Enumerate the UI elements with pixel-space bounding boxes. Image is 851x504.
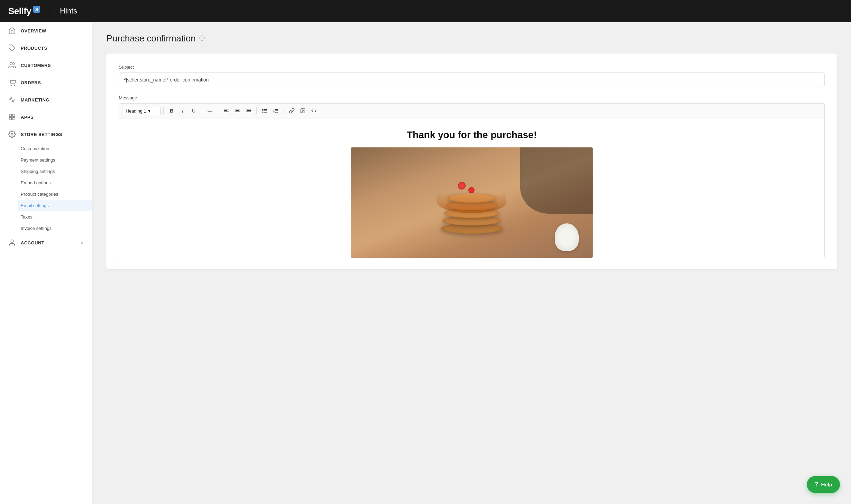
editor-image — [351, 147, 593, 258]
main-layout: OVERVIEW PRODUCTS CUSTOMERS ORDERS MARKE… — [0, 22, 851, 504]
sidebar-item-customers[interactable]: CUSTOMERS — [0, 57, 92, 74]
sidebar-item-marketing[interactable]: MARKETING — [0, 91, 92, 108]
bullet-list-button[interactable] — [259, 106, 270, 116]
account-chevron-icon: ∧ — [80, 240, 84, 245]
svg-rect-25 — [264, 110, 267, 111]
svg-rect-13 — [224, 113, 227, 113]
tag-icon — [8, 44, 16, 52]
code-button[interactable] — [309, 106, 319, 116]
message-label: Message — [119, 95, 825, 100]
image-button[interactable] — [298, 106, 308, 116]
home-icon — [8, 27, 16, 35]
toolbar-divider-5 — [284, 107, 284, 114]
toolbar-divider-1 — [163, 107, 164, 114]
sidebar-item-orders[interactable]: ORDERS — [0, 74, 92, 91]
bold-button[interactable]: B — [166, 106, 177, 116]
svg-rect-15 — [236, 110, 239, 111]
svg-rect-21 — [248, 113, 251, 113]
logo-badge: S — [33, 6, 40, 13]
svg-rect-6 — [13, 118, 15, 120]
pancake-stack — [437, 172, 506, 234]
svg-rect-16 — [235, 112, 240, 112]
nav-hints-label: Hints — [60, 7, 77, 16]
help-icon: ? — [814, 481, 818, 488]
sidebar-sub-email-settings[interactable]: Email settings — [18, 200, 92, 211]
sidebar-label-account: ACCOUNT — [21, 240, 45, 245]
editor-heading: Thank you for the purchase! — [119, 118, 824, 147]
heading-select-value: Heading 1 — [126, 108, 146, 114]
toolbar-divider-3 — [218, 107, 218, 114]
sidebar-item-products[interactable]: PRODUCTS — [0, 39, 92, 57]
editor-card: Subject Message Heading 1 ▾ B I U — — [106, 54, 837, 269]
sidebar-item-overview[interactable]: OVERVIEW — [0, 22, 92, 39]
sidebar-label-apps: APPS — [21, 115, 34, 120]
page-title: Purchase confirmation — [106, 33, 196, 44]
account-icon — [8, 239, 16, 246]
align-left-button[interactable] — [221, 106, 231, 116]
svg-rect-27 — [264, 112, 267, 113]
svg-rect-20 — [246, 112, 251, 112]
toolbar-divider-2 — [202, 107, 202, 114]
sidebar-sub-embed-options[interactable]: Embed options — [21, 177, 92, 188]
align-center-button[interactable] — [232, 106, 242, 116]
sidebar-item-store-settings[interactable]: STORE SETTINGS — [0, 126, 92, 143]
heading-chevron-icon: ▾ — [148, 108, 151, 114]
info-icon[interactable]: ⓘ — [199, 35, 205, 42]
svg-point-8 — [11, 133, 13, 135]
help-button[interactable]: ? Help — [807, 476, 840, 493]
numbered-list-button[interactable]: 1.2.3. — [270, 106, 281, 116]
sidebar-item-apps[interactable]: APPS — [0, 108, 92, 126]
svg-rect-14 — [235, 109, 240, 109]
svg-rect-29 — [275, 109, 278, 110]
svg-point-26 — [262, 112, 263, 113]
whipped-cream — [555, 223, 579, 251]
sidebar-sub-payment-settings[interactable]: Payment settings — [21, 154, 92, 166]
heading-select[interactable]: Heading 1 ▾ — [123, 107, 161, 115]
svg-point-9 — [11, 240, 13, 242]
sidebar-sub-invoice-settings[interactable]: Invoice settings — [21, 223, 92, 234]
sidebar-item-account[interactable]: ACCOUNT ∧ — [0, 234, 92, 251]
svg-rect-33 — [275, 112, 278, 113]
nav-divider — [50, 6, 50, 16]
sidebar-sub-product-categories[interactable]: Product categories — [21, 188, 92, 200]
subject-input[interactable] — [119, 72, 825, 87]
subject-label: Subject — [119, 65, 825, 70]
cart-icon — [8, 79, 16, 86]
svg-rect-17 — [236, 113, 239, 113]
main-content: Purchase confirmation ⓘ Subject Message … — [93, 22, 851, 504]
svg-rect-31 — [275, 110, 278, 111]
pancake-scene — [351, 147, 593, 258]
svg-point-3 — [14, 85, 15, 86]
logo[interactable]: Sellfy S — [8, 6, 40, 17]
users-icon — [8, 61, 16, 69]
sidebar-label-products: PRODUCTS — [21, 46, 47, 51]
top-nav: Sellfy S Hints — [0, 0, 851, 22]
divider-line-button[interactable]: — — [205, 106, 215, 116]
sidebar-label-customers: CUSTOMERS — [21, 63, 51, 68]
svg-rect-7 — [9, 118, 11, 120]
svg-rect-11 — [224, 110, 227, 111]
berry-1 — [458, 182, 466, 190]
sidebar: OVERVIEW PRODUCTS CUSTOMERS ORDERS MARKE… — [0, 22, 93, 504]
svg-rect-19 — [247, 110, 251, 111]
sidebar-sub-shipping-settings[interactable]: Shipping settings — [21, 166, 92, 177]
svg-rect-5 — [13, 114, 15, 116]
svg-point-2 — [11, 85, 11, 86]
editor-body[interactable]: Thank you for the purchase! — [119, 118, 825, 258]
svg-point-1 — [10, 62, 12, 65]
toolbar-divider-4 — [256, 107, 257, 114]
underline-button[interactable]: U — [189, 106, 199, 116]
sidebar-label-orders: ORDERS — [21, 80, 41, 85]
svg-rect-4 — [9, 114, 11, 116]
align-right-button[interactable] — [243, 106, 254, 116]
italic-button[interactable]: I — [178, 106, 188, 116]
page-header: Purchase confirmation ⓘ — [106, 33, 837, 44]
sidebar-sub-customization[interactable]: Customization — [21, 143, 92, 154]
sidebar-label-marketing: MARKETING — [21, 97, 49, 103]
sidebar-label-store-settings: STORE SETTINGS — [21, 132, 62, 137]
sidebar-label-overview: OVERVIEW — [21, 28, 46, 33]
svg-point-22 — [262, 109, 263, 110]
svg-rect-12 — [224, 112, 229, 112]
link-button[interactable] — [287, 106, 297, 116]
sidebar-sub-taxes[interactable]: Taxes — [21, 211, 92, 223]
